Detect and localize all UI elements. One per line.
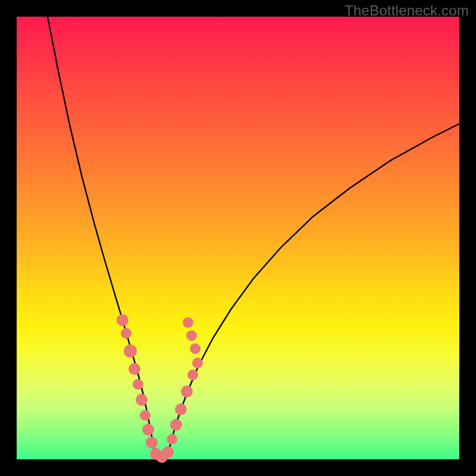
data-point-layer — [117, 314, 203, 463]
data-point — [124, 345, 137, 358]
data-point — [170, 419, 182, 431]
data-point — [183, 317, 193, 328]
data-point — [186, 330, 197, 341]
data-point — [129, 363, 140, 375]
data-point — [190, 343, 201, 354]
data-point — [140, 410, 151, 421]
bottleneck-curve-left — [48, 17, 156, 459]
chart-frame — [17, 17, 459, 459]
data-point — [121, 328, 131, 339]
data-point — [146, 437, 158, 449]
data-point — [181, 386, 193, 397]
data-point — [136, 394, 148, 406]
data-point — [187, 369, 198, 380]
data-point — [167, 434, 177, 444]
data-point — [175, 403, 187, 415]
bottleneck-curve-right — [167, 124, 459, 459]
data-point — [162, 446, 174, 458]
data-point — [192, 358, 203, 368]
data-point — [117, 314, 129, 326]
data-point — [133, 379, 143, 390]
chart-svg — [17, 17, 459, 459]
data-point — [142, 424, 154, 436]
